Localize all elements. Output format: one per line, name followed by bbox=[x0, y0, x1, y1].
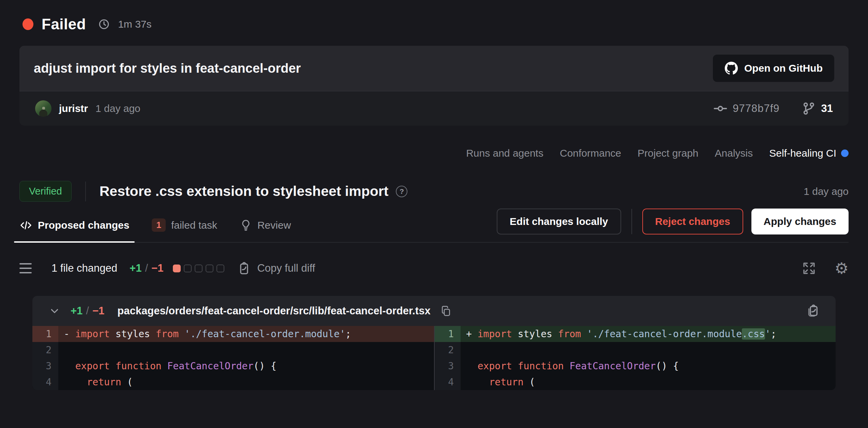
code-text bbox=[58, 342, 434, 358]
github-icon bbox=[724, 61, 738, 75]
tab-label: failed task bbox=[171, 219, 217, 231]
diff-line-normal: 4 return ( bbox=[435, 374, 836, 390]
commit-title: adjust import for styles in feat-cancel-… bbox=[34, 61, 301, 76]
run-status-header: Failed 1m 37s bbox=[0, 0, 868, 33]
diff-square-empty bbox=[195, 265, 203, 272]
run-duration: 1m 37s bbox=[118, 18, 151, 30]
line-number: 4 bbox=[435, 374, 461, 390]
diff-file-header: +1 / −1 packages/orders/feat-cancel-orde… bbox=[32, 296, 836, 326]
nav-item-analysis[interactable]: Analysis bbox=[715, 147, 753, 159]
tabs-row: Proposed changes 1 failed task Review Ed… bbox=[19, 209, 849, 243]
tab-label: Proposed changes bbox=[38, 219, 129, 231]
commit-icon bbox=[714, 102, 727, 115]
diff-line-added: 1+ import styles from './feat-cancel-ord… bbox=[435, 326, 836, 342]
files-toolbar: 1 file changed +1 / −1 Copy full diff ⚙ bbox=[19, 260, 849, 276]
diff-line-removed: 1- import styles from './feat-cancel-ord… bbox=[32, 326, 434, 342]
file-deletions: −1 bbox=[92, 305, 104, 317]
clock-icon bbox=[98, 18, 110, 30]
tab-label: Review bbox=[257, 219, 291, 231]
top-nav: Runs and agentsConformanceProject graphA… bbox=[19, 147, 849, 159]
clipboard-icon bbox=[237, 261, 251, 275]
files-changed-label: 1 file changed bbox=[51, 262, 117, 274]
pr-group[interactable]: 31 bbox=[802, 101, 833, 116]
nav-item-project-graph[interactable]: Project graph bbox=[638, 147, 698, 159]
code-icon bbox=[19, 219, 32, 232]
diff-stat-squares bbox=[173, 265, 224, 272]
tab-review[interactable]: Review bbox=[240, 210, 291, 242]
status-label: Failed bbox=[42, 16, 86, 33]
file-list-menu-icon[interactable] bbox=[19, 263, 32, 273]
open-on-github-button[interactable]: Open on GitHub bbox=[713, 55, 834, 82]
code-text: return ( bbox=[58, 374, 434, 390]
vertical-divider bbox=[631, 209, 632, 234]
commit-hash: 9778b7f9 bbox=[733, 102, 779, 115]
fix-actions: Edit changes locally Reject changes Appl… bbox=[497, 209, 849, 242]
tab-failed-task[interactable]: 1 failed task bbox=[152, 210, 217, 242]
failed-status-dot bbox=[23, 18, 33, 30]
expand-icon[interactable] bbox=[802, 261, 816, 275]
commit-card-top: adjust import for styles in feat-cancel-… bbox=[19, 46, 849, 91]
gear-icon[interactable]: ⚙ bbox=[835, 260, 849, 276]
lightbulb-icon bbox=[240, 219, 252, 231]
line-number: 2 bbox=[32, 342, 58, 358]
fix-title: Restore .css extension to stylesheet imp… bbox=[100, 183, 389, 199]
fix-time: 1 day ago bbox=[804, 186, 849, 197]
diff-pane-old: 1- import styles from './feat-cancel-ord… bbox=[32, 326, 434, 390]
diff-square-empty bbox=[216, 265, 224, 272]
vertical-divider bbox=[85, 182, 86, 201]
nav-item-self-healing-ci[interactable]: Self-healing CI bbox=[769, 147, 849, 159]
line-number: 3 bbox=[32, 358, 58, 374]
deletions-count: −1 bbox=[151, 262, 163, 274]
copy-full-diff-button[interactable]: Copy full diff bbox=[237, 261, 315, 275]
separator: / bbox=[86, 305, 89, 317]
nav-item-conformance[interactable]: Conformance bbox=[560, 147, 621, 159]
diff-square-empty bbox=[206, 265, 213, 272]
line-number: 2 bbox=[435, 342, 461, 358]
edit-changes-locally-button[interactable]: Edit changes locally bbox=[497, 209, 621, 234]
tabs: Proposed changes 1 failed task Review bbox=[19, 210, 291, 242]
nav-item-runs-and-agents[interactable]: Runs and agents bbox=[466, 147, 543, 159]
line-number: 1 bbox=[32, 326, 58, 342]
code-text: return ( bbox=[461, 374, 836, 390]
commit-card: adjust import for styles in feat-cancel-… bbox=[19, 46, 849, 126]
commit-time: 1 day ago bbox=[95, 103, 140, 114]
diff-line-normal: 2 bbox=[32, 342, 434, 358]
file-additions: +1 bbox=[71, 305, 83, 317]
separator: / bbox=[145, 262, 148, 274]
reject-changes-button[interactable]: Reject changes bbox=[642, 209, 743, 234]
line-number: 4 bbox=[32, 374, 58, 390]
code-text: export function FeatCancelOrder() { bbox=[461, 358, 836, 374]
code-text: - import styles from './feat-cancel-orde… bbox=[58, 326, 434, 342]
code-text: export function FeatCancelOrder() { bbox=[58, 358, 434, 374]
verified-badge: Verified bbox=[19, 181, 72, 202]
diff-counts: +1 / −1 bbox=[71, 305, 104, 317]
author-name[interactable]: juristr bbox=[59, 103, 88, 114]
tab-proposed-changes[interactable]: Proposed changes bbox=[19, 210, 129, 242]
diff-body: 1- import styles from './feat-cancel-ord… bbox=[32, 326, 836, 390]
copy-file-diff-icon[interactable] bbox=[806, 304, 820, 318]
diff-line-normal: 3 export function FeatCancelOrder() { bbox=[435, 358, 836, 374]
fix-header: Verified Restore .css extension to style… bbox=[19, 181, 849, 202]
diff-panel: +1 / −1 packages/orders/feat-cancel-orde… bbox=[32, 296, 836, 390]
commit-card-meta: juristr 1 day ago 9778b7f9 31 bbox=[19, 91, 849, 126]
commit-hash-group[interactable]: 9778b7f9 bbox=[714, 102, 779, 115]
diff-square-filled bbox=[173, 265, 181, 272]
open-on-github-label: Open on GitHub bbox=[744, 62, 823, 74]
apply-changes-button[interactable]: Apply changes bbox=[751, 209, 849, 234]
copy-path-icon[interactable] bbox=[440, 305, 452, 317]
avatar[interactable] bbox=[35, 100, 51, 117]
code-text bbox=[461, 342, 836, 358]
line-number: 1 bbox=[435, 326, 461, 342]
branch-icon bbox=[802, 101, 816, 116]
copy-full-diff-label: Copy full diff bbox=[257, 262, 315, 274]
diff-line-normal: 2 bbox=[435, 342, 836, 358]
failed-task-count-badge: 1 bbox=[152, 218, 165, 232]
file-path: packages/orders/feat-cancel-order/src/li… bbox=[117, 305, 430, 317]
chevron-down-icon[interactable] bbox=[48, 304, 61, 317]
toolbar-icons: ⚙ bbox=[802, 260, 849, 276]
additions-count: +1 bbox=[130, 262, 141, 274]
diff-pane-new: 1+ import styles from './feat-cancel-ord… bbox=[434, 326, 836, 390]
help-icon[interactable]: ? bbox=[396, 186, 407, 197]
diff-line-normal: 4 return ( bbox=[32, 374, 434, 390]
pr-number: 31 bbox=[821, 102, 833, 115]
